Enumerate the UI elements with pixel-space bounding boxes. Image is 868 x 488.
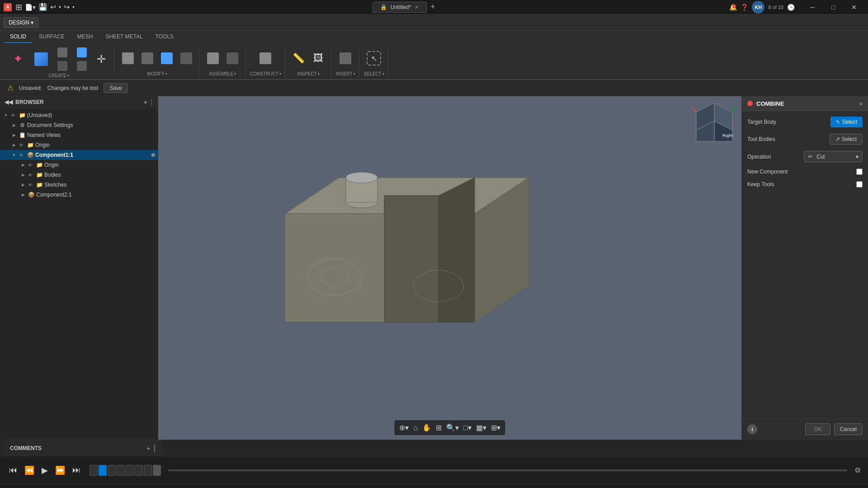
measure-button[interactable]: 📏 (290, 51, 308, 66)
section-analysis-button[interactable]: 🖼 (309, 51, 327, 66)
visibility-sketches[interactable]: 👁 (27, 182, 33, 188)
anim-first-button[interactable]: ⏮ (7, 464, 19, 477)
sweep-button[interactable] (53, 60, 71, 72)
undo-dropdown[interactable]: ▾ (59, 5, 61, 9)
anim-next-button[interactable]: ⏩ (53, 464, 67, 477)
tab-solid[interactable]: SOLID (4, 31, 33, 43)
browser-collapse-toggle[interactable]: │ (150, 99, 154, 105)
orbit-button[interactable]: ⊕▾ (398, 422, 410, 433)
expand-bodies[interactable]: ▶ (20, 172, 26, 178)
notification-icon[interactable]: 🔔 (729, 4, 737, 11)
frame-btn-1[interactable] (90, 465, 98, 476)
operation-dropdown[interactable]: ✂ Cut (804, 151, 863, 162)
comments-collapse-button[interactable]: │ (153, 445, 157, 452)
visibility-origin-root[interactable]: 👁 (18, 142, 24, 148)
fillet-button[interactable] (138, 51, 156, 66)
redo-dropdown[interactable]: ▾ (72, 5, 75, 9)
help-icon[interactable]: ❓ (741, 4, 748, 11)
create-group-label[interactable]: CREATE (48, 73, 69, 78)
save-button[interactable]: Save (104, 83, 127, 93)
view-cube[interactable]: Z Y X Right (692, 101, 737, 146)
pan-button[interactable]: ✋ (421, 422, 433, 433)
animation-track[interactable] (168, 469, 847, 471)
browser-pin-button[interactable]: ● (144, 99, 147, 105)
expand-sketches[interactable]: ▶ (20, 182, 26, 188)
save-button-quick[interactable]: 💾 (38, 3, 47, 11)
tree-item-named-views[interactable]: ▶ 📋 Named Views (0, 130, 158, 140)
tree-item-doc-settings[interactable]: ▶ ⚙ Document Settings (0, 120, 158, 130)
insert-group-label[interactable]: INSERT (336, 71, 355, 76)
new-component-checkbox[interactable] (856, 169, 863, 175)
revolve-button[interactable] (53, 46, 71, 59)
modify-group-label[interactable]: MODIFY (147, 71, 167, 76)
frame-btn-2[interactable] (99, 465, 107, 476)
user-avatar[interactable]: KH (752, 1, 764, 14)
tree-item-bodies[interactable]: ▶ 👁 📁 Bodies (0, 170, 158, 180)
assemble-group-label[interactable]: ASSEMBLE (209, 71, 236, 76)
anim-prev-button[interactable]: ⏪ (23, 464, 36, 477)
anim-settings-button[interactable]: ⚙ (854, 466, 861, 474)
scale-button[interactable] (177, 51, 195, 66)
visibility-bodies[interactable]: 👁 (27, 172, 33, 178)
browser-collapse-icon[interactable]: ◀◀ (5, 99, 13, 105)
select-group-label[interactable]: SELECT (364, 71, 384, 76)
frame-btn-3[interactable] (108, 465, 116, 476)
file-menu-button[interactable]: 📄▾ (25, 4, 36, 11)
expand-origin-root[interactable]: ▶ (11, 142, 17, 148)
frame-btn-6[interactable] (135, 465, 143, 476)
expand-origin-child[interactable]: ▶ (20, 162, 26, 168)
tab-sheet-metal[interactable]: SHEET METAL (99, 31, 149, 43)
expand-component1[interactable]: ▼ (11, 152, 17, 158)
tab-mesh[interactable]: MESH (71, 31, 99, 43)
tree-item-origin-root[interactable]: ▶ 👁 📁 Origin (0, 140, 158, 150)
visibility-unsaved[interactable]: 👁 (10, 112, 16, 118)
comments-add-button[interactable]: + (146, 445, 150, 452)
frame-btn-5[interactable] (126, 465, 134, 476)
tab-surface[interactable]: SURFACE (33, 31, 71, 43)
maximize-button[interactable]: □ (823, 0, 844, 14)
undo-button[interactable]: ↩ (50, 3, 56, 11)
loft-button[interactable] (73, 46, 91, 59)
grid-menu-button[interactable]: ⊞ (15, 2, 22, 12)
file-tab[interactable]: 🔒 Untitled* ✕ (373, 2, 427, 13)
design-mode-button[interactable]: DESIGN ▾ (4, 17, 38, 28)
expand-component2[interactable]: ▶ (20, 192, 26, 198)
fit-button[interactable]: ⊞ (434, 422, 443, 433)
inspect-group-label[interactable]: INSPECT (297, 71, 320, 76)
tab-close-button[interactable]: ✕ (415, 4, 419, 10)
viewport[interactable]: Z Y X Right ⊕▾ ⌂ ✋ ⊞ 🔍▾ □▾ ▦▾ ⊞▾ (158, 96, 741, 440)
frame-btn-8[interactable] (153, 465, 161, 476)
view-home-button[interactable]: ⌂ (412, 422, 419, 433)
view-mode-button[interactable]: □▾ (462, 422, 473, 433)
zoom-button[interactable]: 🔍▾ (445, 422, 460, 433)
add-tab-button[interactable]: + (430, 2, 435, 12)
shell-button[interactable] (158, 51, 176, 66)
extrude-button[interactable] (30, 51, 52, 68)
tree-item-sketches[interactable]: ▶ 👁 📁 Sketches (0, 180, 158, 190)
tree-item-unsaved[interactable]: ▼ 👁 📁 (Unsaved) (0, 110, 158, 120)
target-body-select-button[interactable]: ↖ Select (830, 117, 863, 127)
construct-button[interactable] (256, 51, 274, 66)
close-button[interactable]: ✕ (844, 0, 864, 14)
new-body-button[interactable]: ✦ (7, 51, 29, 68)
display-settings-button[interactable]: ⊞▾ (490, 422, 502, 433)
cancel-button[interactable]: Cancel (834, 423, 863, 435)
select-button[interactable]: ↖ (364, 50, 383, 67)
insert-button[interactable] (336, 51, 354, 66)
visibility-origin-child[interactable]: 👁 (27, 162, 33, 168)
expand-named-views[interactable]: ▶ (11, 132, 17, 138)
tree-item-origin-child[interactable]: ▶ 👁 📁 Origin (0, 160, 158, 170)
tree-item-component1[interactable]: ▼ 👁 📦 Component1:1 (0, 150, 158, 160)
minimize-button[interactable]: ─ (802, 0, 823, 14)
ok-button[interactable]: OK (805, 423, 830, 435)
tab-tools[interactable]: TOOLS (149, 31, 180, 43)
anim-last-button[interactable]: ⏭ (71, 464, 82, 477)
visibility-component1[interactable]: 👁 (18, 152, 24, 158)
panel-expand-button[interactable]: » (859, 100, 863, 107)
rib-button[interactable] (73, 60, 91, 72)
press-pull-button[interactable] (119, 51, 137, 66)
keep-tools-checkbox[interactable] (856, 181, 863, 188)
expand-unsaved[interactable]: ▼ (3, 112, 9, 118)
grid-button[interactable]: ▦▾ (475, 422, 488, 433)
new-component-button[interactable] (204, 51, 222, 66)
